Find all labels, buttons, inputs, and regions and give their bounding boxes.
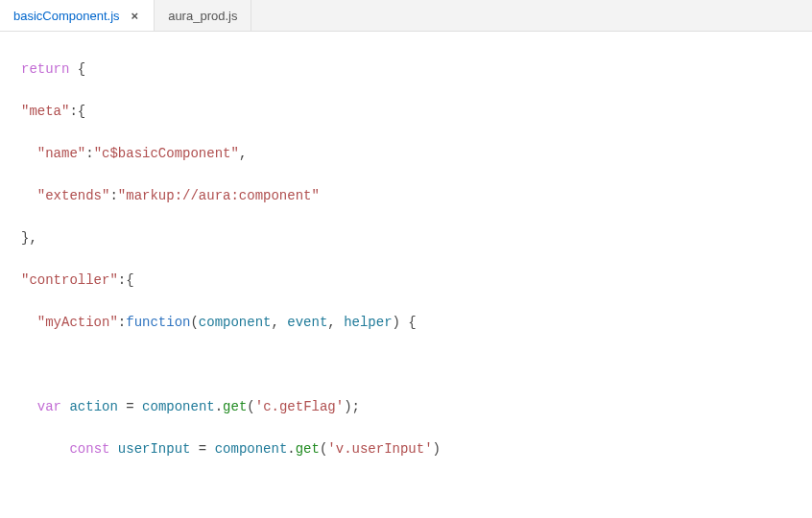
id-helper: helper [344,315,392,330]
val-name: "c$basicComponent" [94,146,239,161]
code-line [21,481,812,502]
tab-label: aura_prod.js [168,9,237,23]
code-line: var action = component.get('c.getFlag'); [21,396,812,417]
brace: { [78,104,85,119]
close-icon[interactable]: × [130,9,141,23]
tab-inactive[interactable]: aura_prod.js [155,0,251,31]
code-line: "name":"c$basicComponent", [21,143,812,164]
paren-open: ( [190,315,198,330]
kw-return: return [21,61,69,77]
colon: : [109,188,117,203]
kw-function: function [126,315,190,330]
colon: : [118,272,126,288]
key-meta: "meta" [21,104,69,119]
key-extends: "extends" [37,188,110,203]
paren-open: ( [247,399,254,414]
paren-close-semi: ); [344,399,360,414]
key-name: "name" [37,146,85,161]
code-line: "myAction":function(component, event, he… [21,312,812,333]
str-cgetflag: 'c.getFlag' [255,399,344,414]
eq: = [118,399,142,414]
m-get: get [296,441,320,457]
colon: : [69,104,77,119]
comma: , [327,315,344,330]
id-component: component [215,441,288,457]
code-line: "controller":{ [21,270,812,291]
tab-active[interactable]: basicComponent.js × [0,0,155,31]
tab-label: basicComponent.js [13,9,120,23]
eq: = [190,441,214,457]
code-line: "extends":"markup://aura:component" [21,185,812,206]
colon: : [118,315,126,330]
comma: , [239,146,247,161]
id-action: action [69,399,117,414]
paren-close: ) [433,441,441,457]
dot: . [215,399,223,414]
brace: { [78,61,85,77]
brace-close-comma: }, [21,230,37,246]
kw-var: var [37,399,61,414]
code-line: return { [21,59,812,80]
m-get: get [223,399,247,414]
paren-brace: ) { [393,315,417,330]
code-editor[interactable]: return { "meta":{ "name":"c$basicCompone… [0,32,812,518]
comma: , [271,315,287,330]
id-userinput: userInput [118,441,191,457]
key-controller: "controller" [21,272,118,288]
val-extends: "markup://aura:component" [118,188,320,203]
dot: . [287,441,295,457]
id-component: component [142,399,215,414]
kw-const: const [69,441,109,457]
code-line: }, [21,227,812,248]
editor-tab-bar: basicComponent.js × aura_prod.js [0,0,812,32]
key-myaction: "myAction" [37,315,118,330]
code-line [21,354,812,375]
id-component: component [199,315,272,330]
colon: : [85,146,93,161]
str-vuserinput: 'v.userInput' [327,441,432,457]
id-event: event [287,315,327,330]
code-line: "meta":{ [21,101,812,122]
brace: { [126,272,133,288]
code-line: const userInput = component.get('v.userI… [21,438,812,459]
